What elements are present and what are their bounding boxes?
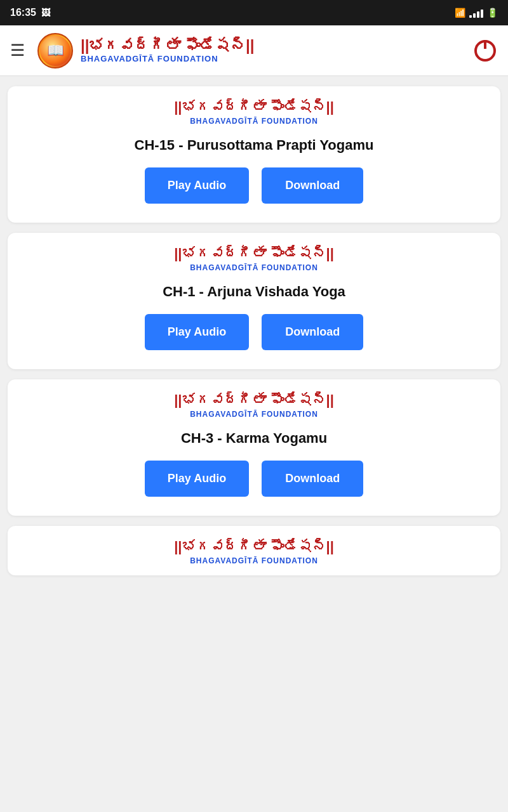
card-4-english: BHAGAVADGĪTĀ FOUNDATION xyxy=(190,556,318,565)
card-4-telugu: ||భగవద్గీతా ఫౌండేషన్|| xyxy=(174,539,334,555)
status-bar-right: 📶 🔋 xyxy=(455,8,498,18)
card-2-download-button[interactable]: Download xyxy=(262,314,363,350)
card-1-english: BHAGAVADGĪTĀ FOUNDATION xyxy=(190,117,318,126)
card-1-play-button[interactable]: Play Audio xyxy=(145,167,249,204)
card-3-download-button[interactable]: Download xyxy=(262,461,363,497)
brand-text: ||భగవద్గీతా ఫౌండేషన్|| BHAGAVADGĪTĀ FOUN… xyxy=(81,37,255,63)
navbar: ☰ 📖 ||భగవద్గీతా ఫౌండేషన్|| BHAGAVADGĪTĀ … xyxy=(0,25,508,76)
power-button[interactable] xyxy=(472,38,498,63)
card-4-logo: ||భగవద్గీతా ఫౌండేషన్|| BHAGAVADGĪTĀ FOUN… xyxy=(174,539,334,565)
brand-telugu: ||భగవద్గీతా ఫౌండేషన్|| xyxy=(81,37,255,54)
card-ch-partial: ||భగవద్గీతా ఫౌండేషన్|| BHAGAVADGĪTĀ FOUN… xyxy=(8,526,500,575)
card-2-buttons: Play Audio Download xyxy=(145,314,363,350)
card-1-buttons: Play Audio Download xyxy=(145,167,363,204)
card-1-download-button[interactable]: Download xyxy=(262,167,363,204)
content-area: ||భగవద్గీతా ఫౌండేషన్|| BHAGAVADGĪTĀ FOUN… xyxy=(0,76,508,586)
time-display: 16:35 xyxy=(10,7,36,18)
card-ch1: ||భగవద్గీతా ఫౌండేషన్|| BHAGAVADGĪTĀ FOUN… xyxy=(8,233,500,369)
card-1-title: CH-15 - Purusottama Prapti Yogamu xyxy=(135,137,374,154)
logo-book-icon: 📖 xyxy=(47,43,64,59)
battery-icon: 🔋 xyxy=(487,8,498,18)
card-3-play-button[interactable]: Play Audio xyxy=(145,461,249,497)
photo-icon: 🖼 xyxy=(41,8,50,18)
card-3-title: CH-3 - Karma Yogamu xyxy=(181,430,327,447)
card-3-logo: ||భగవద్గీతా ఫౌండేషన్|| BHAGAVADGĪTĀ FOUN… xyxy=(174,392,334,419)
card-2-title: CH-1 - Arjuna Vishada Yoga xyxy=(163,284,345,300)
brand-english: BHAGAVADGĪTĀ FOUNDATION xyxy=(81,54,218,63)
menu-button[interactable]: ☰ xyxy=(10,41,25,60)
card-1-telugu: ||భగవద్గీతా ఫౌండేషన్|| xyxy=(174,99,334,115)
card-1-logo: ||భగవద్గీతా ఫౌండేషన్|| BHAGAVADGĪTĀ FOUN… xyxy=(174,99,334,126)
status-bar: 16:35 🖼 📶 🔋 xyxy=(0,0,508,25)
card-3-telugu: ||భగవద్గీతా ఫౌండేషన్|| xyxy=(174,392,334,409)
status-bar-left: 16:35 🖼 xyxy=(10,7,50,18)
card-ch15: ||భగవద్గీతా ఫౌండేషన్|| BHAGAVADGĪTĀ FOUN… xyxy=(8,86,500,223)
card-2-telugu: ||భగవద్గీతా ఫౌండేషన్|| xyxy=(174,246,334,262)
logo-inner: 📖 xyxy=(40,36,70,66)
card-2-play-button[interactable]: Play Audio xyxy=(145,314,249,350)
card-ch3: ||భగవద్గీతా ఫౌండేషన్|| BHAGAVADGĪTĀ FOUN… xyxy=(8,379,500,516)
card-3-english: BHAGAVADGĪTĀ FOUNDATION xyxy=(190,410,318,419)
card-2-logo: ||భగవద్గీతా ఫౌండేషన్|| BHAGAVADGĪTĀ FOUN… xyxy=(174,246,334,272)
power-circle-icon xyxy=(474,40,496,62)
card-2-english: BHAGAVADGĪTĀ FOUNDATION xyxy=(190,263,318,272)
card-3-buttons: Play Audio Download xyxy=(145,461,363,497)
app-logo: 📖 xyxy=(37,33,73,69)
wifi-icon: 📶 xyxy=(455,8,465,18)
signal-icon xyxy=(469,8,483,18)
